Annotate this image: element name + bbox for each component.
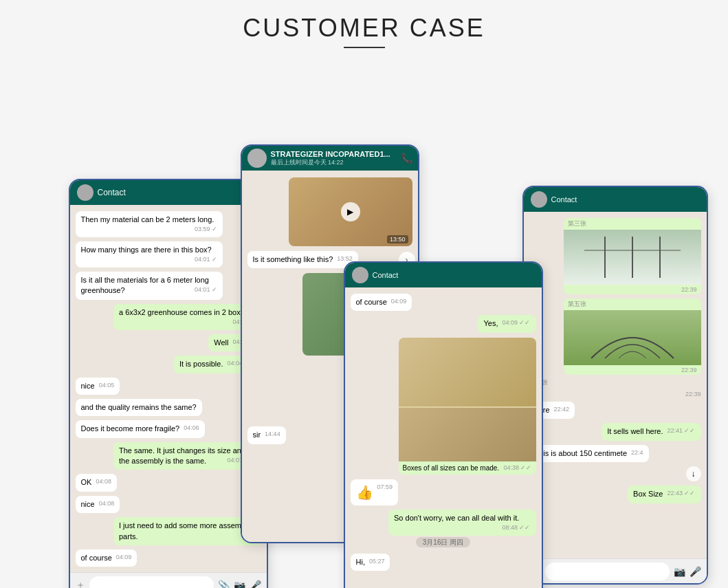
avatar-3 xyxy=(352,267,368,283)
msg-bubble: of course04:09 xyxy=(76,549,137,567)
phone4-header: Contact xyxy=(524,187,707,212)
phone1-chat: Then my material can be 2 meters long.03… xyxy=(70,205,267,572)
avatar-2 xyxy=(247,149,267,168)
title-underline xyxy=(344,47,385,48)
phone1-header: Contact xyxy=(70,180,267,205)
time3-label: 22:39 xyxy=(685,391,701,398)
phone-mockup-1: Contact Then my material can be 2 meters… xyxy=(69,179,268,588)
msg-bubble: and the quality remains the same? xyxy=(76,399,202,416)
video-msg: ▶ 13:50 xyxy=(289,177,412,246)
phone4-contact: Contact xyxy=(551,195,577,204)
msg-bubble: This is about 150 centimete22:4 xyxy=(529,445,649,462)
mic-icon[interactable]: 🎤 xyxy=(250,580,261,589)
boxes-img-msg: Boxes of all sizes can be made.04:38 ✓✓ xyxy=(399,338,536,475)
msg-bubble: So don't worry, we can all deal with it.… xyxy=(388,510,536,536)
section5-msg: 第五张 22:39 xyxy=(564,298,701,375)
msg-bubble: Then my material can be 2 meters long.03… xyxy=(76,211,223,237)
phone3-chat: of course04:09 Yes,04:09 ✓✓ Boxes of all… xyxy=(345,287,542,588)
phone2-contact: STRATEGIZER INCOPARATED1... xyxy=(271,150,390,158)
msg-bubble: I just need to add some more assembly pa… xyxy=(113,517,261,545)
phone4-input-bar: 😊 📷 🎤 xyxy=(524,558,707,583)
phone3-header: Contact xyxy=(345,263,542,287)
msg-bubble: nice04:05 xyxy=(76,378,120,395)
date-divider: 3月16日 周四 xyxy=(345,538,542,547)
phone1-input-bar: ＋ 📎 📷 🎤 xyxy=(70,572,267,588)
msg-bubble: nice04:08 xyxy=(76,496,120,513)
section6-label: 第六张 xyxy=(524,377,707,389)
camera-icon-4[interactable]: 📷 xyxy=(674,566,685,577)
phone-mockup-4: Contact 第三张 22:39 xyxy=(522,186,708,585)
video-duration: 13:50 xyxy=(387,235,408,243)
section5-label: 第五张 xyxy=(564,298,701,310)
section3-label: 第三张 xyxy=(564,218,701,230)
msg-bubble: Hi,05:27 xyxy=(351,554,390,571)
msg-bubble: The same. It just changes its size and t… xyxy=(113,442,261,470)
caption-msg: Is it something like this? 13:52 xyxy=(247,251,358,268)
section3-msg: 第三张 22:39 xyxy=(564,218,701,294)
time1: 22:39 xyxy=(564,285,701,294)
play-button[interactable]: ▶ xyxy=(341,202,360,221)
phone2-call-icon[interactable]: 📞 xyxy=(401,153,412,164)
chat-input-4[interactable] xyxy=(545,563,670,580)
msg-bubble: Box Size22:43 ✓✓ xyxy=(628,486,701,503)
camera-icon[interactable]: 📷 xyxy=(234,580,245,589)
thumbsup-msg: 👍07:59 xyxy=(351,479,399,505)
msg-bubble: It sells well here.22:41 ✓✓ xyxy=(602,423,701,440)
msg-bubble: How many things are there in this box?04… xyxy=(76,241,223,268)
msg-bubble: Yes,04:09 ✓✓ xyxy=(478,315,536,332)
phone2-header: STRATEGIZER INCOPARATED1... 最后上线时间是今天 14… xyxy=(242,146,418,171)
phone-mockup-3: Contact of course04:09 Yes,04:09 ✓✓ Boxe… xyxy=(344,261,543,588)
page-title: CUSTOMER CASE xyxy=(243,14,485,43)
avatar xyxy=(77,184,93,201)
emoji-icon[interactable]: ＋ xyxy=(76,579,85,589)
scroll-down-indicator[interactable]: ↓ xyxy=(686,466,701,481)
phone1-contact: Contact xyxy=(98,188,126,197)
screenshots-container: Contact Then my material can be 2 meters… xyxy=(27,76,701,571)
msg-bubble: a 6x3x2 greenhouse comes in 2 boxes04:03… xyxy=(113,304,261,330)
phone2-lastseen: 最后上线时间是今天 14:22 xyxy=(271,158,390,167)
phone3-contact: Contact xyxy=(373,271,399,279)
avatar-4 xyxy=(531,191,547,208)
attach-icon[interactable]: 📎 xyxy=(218,580,230,589)
chat-input[interactable] xyxy=(89,576,214,589)
time2: 22:39 xyxy=(564,365,701,375)
msg-bubble: OK04:08 xyxy=(76,474,117,491)
phone4-chat: 第三张 22:39 第五张 xyxy=(524,212,707,583)
mic-icon-4[interactable]: 🎤 xyxy=(690,566,701,577)
msg-bubble: of course04:09 xyxy=(351,294,412,311)
sir-msg: sir 14:44 xyxy=(247,426,286,444)
msg-bubble: Does it become more fragile?04:06 xyxy=(76,420,205,437)
msg-bubble: Is it all the materials for a 6 meter lo… xyxy=(76,272,223,300)
